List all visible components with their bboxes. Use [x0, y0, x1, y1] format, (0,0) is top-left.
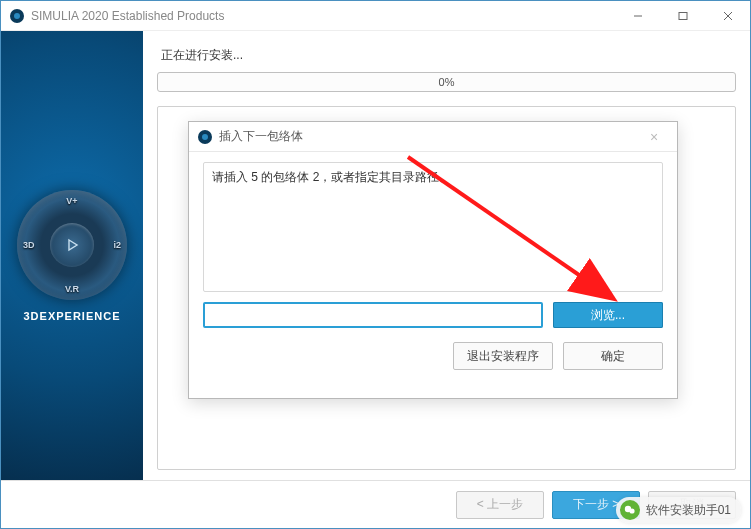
sidebar: V+ V.R 3D i2 3DEXPERIENCE: [1, 31, 143, 480]
wechat-icon: [620, 500, 640, 520]
app-icon: [9, 8, 25, 24]
dialog-footer: 退出安装程序 确定: [203, 342, 663, 370]
watermark: 软件安装助手01: [616, 497, 741, 523]
titlebar: SIMULIA 2020 Established Products: [1, 1, 750, 31]
play-icon: [50, 223, 94, 267]
exit-installer-button[interactable]: 退出安装程序: [453, 342, 553, 370]
dialog-message: 请插入 5 的包络体 2，或者指定其目录路径。: [203, 162, 663, 292]
svg-marker-6: [69, 240, 77, 250]
minimize-button[interactable]: [615, 1, 660, 30]
installer-window: SIMULIA 2020 Established Products V+ V.R…: [0, 0, 751, 529]
window-controls: [615, 1, 750, 30]
maximize-button[interactable]: [660, 1, 705, 30]
svg-point-8: [202, 134, 208, 140]
prev-button[interactable]: < 上一步: [456, 491, 544, 519]
insert-media-dialog: 插入下一包络体 × 请插入 5 的包络体 2，或者指定其目录路径。 浏览... …: [188, 121, 678, 399]
log-panel: 插入下一包络体 × 请插入 5 的包络体 2，或者指定其目录路径。 浏览... …: [157, 106, 736, 470]
brand-label: 3DEXPERIENCE: [24, 310, 121, 322]
window-title: SIMULIA 2020 Established Products: [31, 9, 615, 23]
progress-text: 0%: [439, 76, 455, 88]
status-label: 正在进行安装...: [161, 47, 736, 64]
dialog-title: 插入下一包络体: [219, 128, 639, 145]
content-area: 正在进行安装... 0% 插入下一包络体 × 请插入 5 的包络体 2，或者指定…: [143, 31, 750, 480]
dialog-close-button[interactable]: ×: [639, 129, 669, 145]
dialog-titlebar: 插入下一包络体 ×: [189, 122, 677, 152]
compass-icon: V+ V.R 3D i2: [17, 190, 127, 300]
ok-button[interactable]: 确定: [563, 342, 663, 370]
dialog-body: 请插入 5 的包络体 2，或者指定其目录路径。 浏览... 退出安装程序 确定: [189, 152, 677, 398]
close-button[interactable]: [705, 1, 750, 30]
browse-button[interactable]: 浏览...: [553, 302, 663, 328]
watermark-text: 软件安装助手01: [646, 502, 731, 519]
dialog-icon: [197, 129, 213, 145]
svg-point-12: [629, 508, 634, 513]
svg-rect-3: [679, 12, 687, 19]
svg-point-1: [14, 13, 20, 19]
path-row: 浏览...: [203, 302, 663, 328]
progress-bar: 0%: [157, 72, 736, 92]
path-input[interactable]: [203, 302, 543, 328]
main-area: V+ V.R 3D i2 3DEXPERIENCE 正在进行安装... 0%: [1, 31, 750, 480]
